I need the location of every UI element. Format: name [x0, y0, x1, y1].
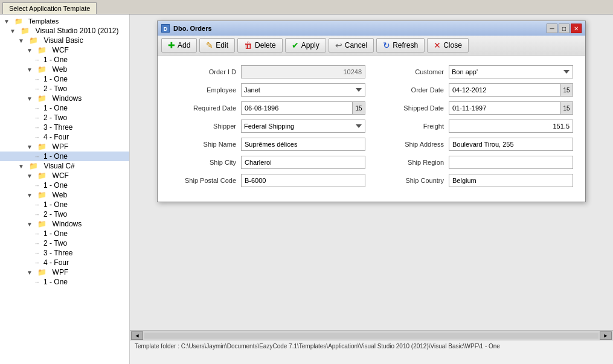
tree-label-vb-web: Web: [51, 65, 68, 74]
status-text: Template folder : C:\Users\Jaymin\Docume…: [135, 343, 500, 350]
shipper-select[interactable]: Federal Shipping: [241, 120, 365, 133]
tree-item-cs-win-3[interactable]: ·· 3 - Three: [0, 248, 129, 258]
right-panel: D Dbo. Orders ─ □ ✕ ✚ Add: [130, 14, 613, 364]
tree-label-cs-win-4: 4 - Four: [42, 258, 70, 267]
tree-label-cs-web: Web: [51, 190, 68, 200]
tree-label-vb-wcf: WCF: [51, 45, 70, 55]
tree-item-vb-wcf-1[interactable]: ·· 1 - One: [0, 55, 129, 65]
tree-item-cs-win[interactable]: ▼ 📁 Windows: [0, 219, 129, 229]
horizontal-scrollbar[interactable]: ◄ ►: [130, 330, 613, 340]
delete-label: Delete: [255, 41, 276, 49]
add-button[interactable]: ✚ Add: [161, 38, 197, 53]
shipped-date-field[interactable]: [449, 101, 560, 115]
tree-item-vb-win-3[interactable]: ·· 3 - Three: [0, 123, 129, 132]
tree-item-cs-wpf-1[interactable]: ·· 1 - One: [0, 277, 129, 287]
tree-label-vb-web-2: 2 - Two: [42, 84, 68, 94]
ship-region-label: Ship Region: [377, 159, 444, 166]
order-date-field[interactable]: [449, 83, 560, 97]
tree-item-vb-wpf[interactable]: ▼ 📁 WPF: [0, 142, 129, 152]
tree-label-vs2010: Visual Studio 2010 (2012): [34, 26, 120, 36]
tree-item-cs[interactable]: ▼ 📁 Visual C#: [0, 161, 129, 171]
tree-item-cs-wcf[interactable]: ▼ 📁 WCF: [0, 171, 129, 180]
edit-label: Edit: [216, 41, 228, 49]
maximize-button[interactable]: □: [559, 24, 570, 33]
tree-item-vb-win-1[interactable]: ·· 1 - One: [0, 103, 129, 113]
customer-select[interactable]: Bon app': [449, 65, 573, 78]
cancel-button[interactable]: ↩ Cancel: [329, 38, 374, 53]
tree-item-vb-web-1[interactable]: ·· 1 - One: [0, 74, 129, 84]
tree-item-vb-web-2[interactable]: ·· 2 - Two: [0, 84, 129, 94]
employee-select[interactable]: Janet: [241, 83, 365, 97]
tree-label-vb-win-4: 4 - Four: [42, 132, 70, 142]
ship-postal-label: Ship Postal Code: [170, 177, 236, 184]
ship-country-field[interactable]: [449, 174, 573, 187]
shipper-label: Shipper: [170, 123, 236, 130]
refresh-button[interactable]: ↻ Refresh: [376, 38, 425, 53]
tree-root[interactable]: ▼ 📁 Templates: [0, 17, 129, 26]
ship-region-field[interactable]: [449, 156, 573, 169]
tree-item-cs-win-2[interactable]: ·· 2 - Two: [0, 238, 129, 248]
tree-item-vb[interactable]: ▼ 📁 Visual Basic: [0, 36, 129, 45]
tree-label-cs-wcf: WCF: [51, 171, 70, 180]
dialog-window: D Dbo. Orders ─ □ ✕ ✚ Add: [157, 21, 586, 202]
order-id-field[interactable]: [241, 65, 365, 78]
tree-label-vb-win: Windows: [51, 94, 83, 103]
ship-country-label: Ship Country: [377, 177, 444, 184]
close-label: Close: [443, 41, 462, 49]
apply-button[interactable]: ✔ Apply: [285, 38, 326, 53]
tree-item-cs-win-1[interactable]: ·· 1 - One: [0, 229, 129, 238]
order-date-calendar-button[interactable]: 15: [560, 83, 573, 97]
tree-item-vb-win-4[interactable]: ·· 4 - Four: [0, 132, 129, 142]
tree-item-cs-win-4[interactable]: ·· 4 - Four: [0, 258, 129, 267]
status-bar: Template folder : C:\Users\Jaymin\Docume…: [130, 340, 613, 364]
scroll-left-button[interactable]: ◄: [131, 331, 143, 340]
tree-label-vb-wpf-1: 1 - One: [42, 152, 69, 161]
tree-item-cs-web-1[interactable]: ·· 1 - One: [0, 200, 129, 209]
tree-item-cs-wcf-1[interactable]: ·· 1 - One: [0, 180, 129, 190]
tree-panel: ▼ 📁 Templates ▼ 📁 Visual Studio 2010 (20…: [0, 14, 130, 364]
delete-icon: 🗑: [244, 40, 252, 50]
required-date-label: Required Date: [170, 104, 236, 112]
delete-button[interactable]: 🗑 Delete: [237, 38, 283, 53]
tree-item-vb-win-2[interactable]: ·· 2 - Two: [0, 113, 129, 123]
tree-item-cs-wpf[interactable]: ▼ 📁 WPF: [0, 267, 129, 277]
tree-label-cs-web-1: 1 - One: [42, 200, 69, 209]
required-date-field[interactable]: [241, 101, 352, 115]
ship-name-label: Ship Name: [170, 141, 236, 148]
ship-address-field[interactable]: [449, 138, 573, 151]
ship-city-field[interactable]: [241, 156, 365, 169]
tree-item-cs-web[interactable]: ▼ 📁 Web: [0, 190, 129, 200]
scroll-right-button[interactable]: ►: [600, 331, 612, 340]
dialog-close-button[interactable]: ✕: [571, 24, 582, 33]
tab-label: Select Application Template: [9, 5, 90, 12]
add-label: Add: [178, 41, 190, 49]
edit-button[interactable]: ✎ Edit: [199, 38, 235, 53]
tree-item-vb-web[interactable]: ▼ 📁 Web: [0, 65, 129, 74]
dialog-controls: ─ □ ✕: [547, 24, 582, 33]
tree-label-vb-win-1: 1 - One: [42, 103, 69, 113]
tree-root-label: Templates: [27, 17, 60, 25]
tree-item-vb-wcf[interactable]: ▼ 📁 WCF: [0, 45, 129, 55]
close-button[interactable]: ✕ Close: [427, 38, 469, 53]
tree-item-vs2010[interactable]: ▼ 📁 Visual Studio 2010 (2012): [0, 26, 129, 36]
tree-item-vb-win[interactable]: ▼ 📁 Windows: [0, 94, 129, 103]
dialog-form: Order I D Customer Bon app': [158, 56, 585, 202]
required-date-calendar-button[interactable]: 15: [352, 101, 365, 115]
minimize-button[interactable]: ─: [547, 24, 557, 33]
ship-name-field[interactable]: [241, 138, 365, 151]
shipped-date-calendar-button[interactable]: 15: [560, 101, 573, 115]
tree-label-vb-wcf-1: 1 - One: [42, 55, 69, 65]
select-template-tab[interactable]: Select Application Template: [2, 2, 97, 14]
refresh-label: Refresh: [393, 41, 418, 49]
freight-field[interactable]: [449, 120, 573, 133]
tree-item-vb-wpf-1[interactable]: ·· 1 - One: [0, 152, 129, 161]
dialog-toolbar: ✚ Add ✎ Edit 🗑 Delete ✔ Apply: [158, 36, 585, 56]
ship-postal-field[interactable]: [241, 174, 365, 187]
dialog-icon: D: [161, 24, 170, 33]
dialog-titlebar: D Dbo. Orders ─ □ ✕: [158, 21, 585, 36]
freight-label: Freight: [377, 123, 444, 130]
tree-label-cs: Visual C#: [43, 161, 76, 171]
tree-item-cs-web-2[interactable]: ·· 2 - Two: [0, 209, 129, 219]
tree-label-cs-wpf-1: 1 - One: [42, 277, 69, 287]
tree-label-cs-win: Windows: [51, 219, 83, 229]
